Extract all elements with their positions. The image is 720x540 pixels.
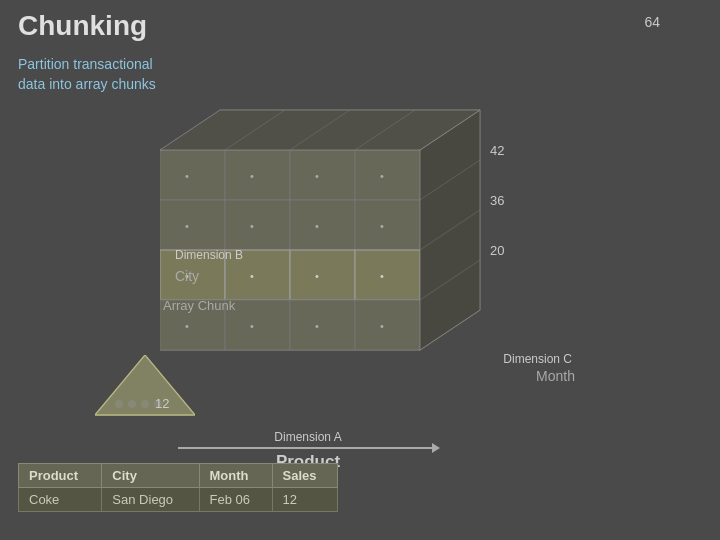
dimension-b-label: Dimension B	[175, 248, 243, 262]
chunk-visual-svg	[95, 355, 195, 420]
table-header-month: Month	[199, 464, 272, 488]
svg-text:•: •	[185, 170, 189, 182]
table-cell-city: San Diego	[102, 488, 199, 512]
dimension-c-label: Dimension C	[503, 352, 572, 366]
svg-rect-15	[160, 200, 225, 250]
table-header-city: City	[102, 464, 199, 488]
dot-3	[141, 400, 149, 408]
svg-rect-21	[290, 250, 355, 300]
svg-text:•: •	[185, 220, 189, 232]
svg-text:•: •	[315, 270, 319, 282]
city-label: City	[175, 268, 199, 284]
svg-rect-11	[160, 150, 225, 200]
table-cell-sales: 12	[272, 488, 337, 512]
svg-text:•: •	[315, 170, 319, 182]
table-header-sales: Sales	[272, 464, 337, 488]
subtitle-line1: Partition transactional	[18, 56, 153, 72]
svg-text:•: •	[315, 220, 319, 232]
svg-rect-26	[355, 300, 420, 350]
svg-rect-14	[355, 150, 420, 200]
svg-text:•: •	[380, 270, 384, 282]
svg-rect-25	[290, 300, 355, 350]
svg-text:•: •	[380, 320, 384, 332]
dot-1	[115, 400, 123, 408]
svg-rect-18	[355, 200, 420, 250]
svg-text:42: 42	[490, 143, 504, 158]
badge-64: 64	[644, 14, 660, 30]
data-table: Product City Month Sales Coke San Diego …	[18, 463, 338, 512]
month-right-label: Month	[536, 368, 575, 384]
svg-text:•: •	[250, 170, 254, 182]
page-title: Chunking	[18, 10, 147, 42]
svg-rect-16	[225, 200, 290, 250]
svg-text:36: 36	[490, 193, 504, 208]
table-header-product: Product	[19, 464, 102, 488]
svg-rect-12	[225, 150, 290, 200]
svg-rect-22	[355, 250, 420, 300]
svg-text:20: 20	[490, 243, 504, 258]
num-12-label: 12	[155, 396, 169, 411]
svg-text:•: •	[380, 170, 384, 182]
svg-text:•: •	[185, 320, 189, 332]
dimension-a-label: Dimension A	[274, 430, 341, 444]
svg-rect-13	[290, 150, 355, 200]
table-cell-month: Feb 06	[199, 488, 272, 512]
svg-text:•: •	[315, 320, 319, 332]
svg-text:•: •	[250, 320, 254, 332]
subtitle: Partition transactional data into array …	[18, 55, 156, 94]
svg-text:•: •	[250, 220, 254, 232]
subtitle-highlight: array chunks	[76, 76, 156, 92]
dot-2	[128, 400, 136, 408]
array-chunk-label: Array Chunk	[163, 298, 235, 313]
svg-text:•: •	[250, 270, 254, 282]
table-cell-product: Coke	[19, 488, 102, 512]
svg-rect-17	[290, 200, 355, 250]
table-row: Coke San Diego Feb 06 12	[19, 488, 338, 512]
subtitle-line2: data into	[18, 76, 76, 92]
svg-text:•: •	[380, 220, 384, 232]
